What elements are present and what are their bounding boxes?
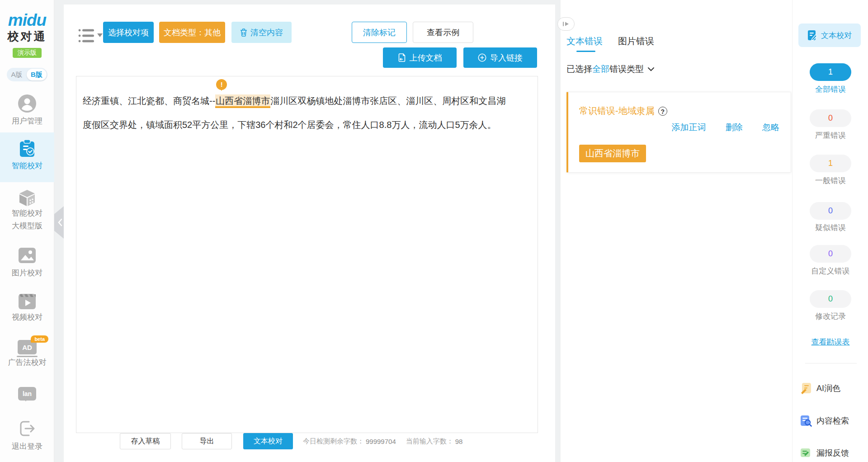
sidebar-item-bigmodel-label-line1[interactable]: 智能校对 bbox=[0, 208, 54, 218]
error-highlight[interactable]: !山西省淄博市 bbox=[215, 94, 270, 108]
stat-all-errors-label: 全部错误 bbox=[793, 84, 868, 94]
stat-suspected-errors-count[interactable]: 0 bbox=[810, 202, 851, 220]
video-icon[interactable] bbox=[0, 293, 54, 310]
error-category: 常识错误-地域隶属 ? bbox=[579, 105, 667, 117]
text-proofread-button[interactable]: 文本校对 bbox=[243, 433, 293, 449]
remaining-chars-label: 今日检测剩余字数： bbox=[303, 437, 364, 446]
export-button[interactable]: 导出 bbox=[182, 433, 232, 449]
rail-divider bbox=[805, 363, 857, 363]
sidebar-item-bigmodel-label-line2[interactable]: 大模型版 bbox=[0, 221, 54, 231]
remaining-chars-value: 99999704 bbox=[366, 438, 396, 445]
chevron-down-icon bbox=[647, 67, 655, 71]
trash-icon bbox=[240, 28, 247, 37]
sidebar-item-video-proofread[interactable]: 视频校对 bbox=[0, 312, 54, 322]
stat-normal-errors-label: 一般错误 bbox=[793, 175, 868, 186]
app-name: 校对通 bbox=[0, 29, 54, 44]
save-draft-button[interactable]: 存入草稿 bbox=[120, 433, 171, 449]
text-editor[interactable]: 经济重镇、江北瓷都、商贸名城--!山西省淄博市淄川区双杨镇地处淄博市张店区、淄川… bbox=[76, 76, 538, 433]
sidebar-item-smart-proofread[interactable]: 智能校对 bbox=[0, 132, 54, 182]
current-chars-value: 98 bbox=[455, 438, 463, 445]
error-card-actions: 添加正词 删除 忽略 bbox=[654, 122, 779, 133]
rail-text-proofread-button[interactable]: 文本校对 bbox=[798, 24, 861, 47]
error-type-filter[interactable]: 已选择全部错误类型 bbox=[566, 63, 655, 75]
error-text-chip[interactable]: 山西省淄博市 bbox=[579, 145, 646, 162]
feedback-icon bbox=[800, 447, 812, 459]
ad-law-icon[interactable]: AD beta bbox=[0, 340, 54, 354]
lan-bubble-icon[interactable]: lan bbox=[0, 387, 54, 401]
midu-logo: midu bbox=[0, 11, 54, 30]
upload-document-button[interactable]: 上传文档 bbox=[383, 47, 457, 68]
stat-suspected-errors-label: 疑似错误 bbox=[793, 222, 868, 233]
active-tab-underline bbox=[576, 51, 595, 52]
logout-icon[interactable] bbox=[0, 420, 54, 438]
doc-type-button[interactable]: 文档类型：其他 bbox=[159, 22, 225, 43]
missed-report-feedback-tool[interactable]: 漏报反馈 bbox=[800, 447, 868, 459]
clipboard-check-icon bbox=[0, 139, 54, 158]
clear-marks-button[interactable]: 清除标记 bbox=[352, 22, 407, 43]
play-bar-icon bbox=[562, 21, 570, 27]
select-proof-items-button[interactable]: 选择校对项 bbox=[103, 22, 154, 43]
error-card: 常识错误-地域隶属 ? 添加正词 删除 忽略 山西省淄博市 bbox=[566, 92, 791, 173]
cube-icon[interactable] bbox=[0, 189, 54, 207]
sidebar-item-smart-proofread-label: 智能校对 bbox=[0, 160, 54, 171]
view-errata-link[interactable]: 查看勘误表 bbox=[793, 337, 868, 347]
content-search-icon bbox=[800, 415, 812, 427]
ai-polish-tool[interactable]: AI润色 bbox=[800, 382, 868, 394]
stat-custom-errors-label: 自定义错误 bbox=[793, 266, 868, 276]
ad-icon-text: AD bbox=[22, 344, 32, 351]
panel-collapse-toggle[interactable] bbox=[557, 17, 575, 31]
stat-all-errors-count[interactable]: 1 bbox=[810, 63, 851, 81]
tab-image-errors[interactable]: 图片错误 bbox=[618, 35, 654, 47]
stat-severe-errors-count[interactable]: 0 bbox=[810, 109, 851, 127]
user-avatar-icon[interactable] bbox=[0, 94, 54, 113]
editor-line-2: 度假区交界处，镇域面积52平方公里，下辖36个村和2个居委会，常住人口8.8万人… bbox=[83, 113, 531, 137]
sidebar-item-user-management[interactable]: 用户管理 bbox=[0, 116, 54, 126]
delete-action[interactable]: 删除 bbox=[726, 123, 743, 132]
left-sidebar: midu 校对通 演示版 A版 B版 用户管理 智能校对 智能校对 大模型版 bbox=[0, 0, 54, 462]
ai-polish-icon bbox=[800, 382, 812, 394]
stat-custom-errors-count[interactable]: 0 bbox=[810, 245, 851, 263]
sidebar-item-logout[interactable]: 退出登录 bbox=[0, 441, 54, 452]
tab-text-errors[interactable]: 文本错误 bbox=[566, 35, 603, 47]
stat-edit-records-label: 修改记录 bbox=[793, 311, 868, 321]
demo-version-badge: 演示版 bbox=[0, 48, 54, 58]
image-icon[interactable] bbox=[0, 247, 54, 264]
stats-rail: 文本校对 1 全部错误 0 严重错误 1 一般错误 0 疑似错误 0 自定义错误… bbox=[792, 0, 868, 462]
footer-stats: 今日检测剩余字数： 99999704 当前输入字数： 98 bbox=[303, 433, 462, 449]
app-root: midu 校对通 演示版 A版 B版 用户管理 智能校对 智能校对 大模型版 bbox=[0, 0, 868, 462]
version-a-option[interactable]: A版 bbox=[7, 71, 27, 79]
view-example-button[interactable]: 查看示例 bbox=[413, 22, 473, 43]
current-chars-label: 当前输入字数： bbox=[406, 437, 453, 446]
editor-line-1: 经济重镇、江北瓷都、商贸名城--!山西省淄博市淄川区双杨镇地处淄博市张店区、淄川… bbox=[83, 89, 531, 113]
help-icon[interactable]: ? bbox=[658, 107, 667, 116]
version-b-option[interactable]: B版 bbox=[27, 69, 47, 80]
sidebar-item-image-proofread[interactable]: 图片校对 bbox=[0, 268, 54, 278]
doc-pen-icon bbox=[807, 30, 817, 41]
main-content-card: 选择校对项 文档类型：其他 清空内容 清除标记 查看示例 上传文档 导入链接 经… bbox=[64, 5, 555, 462]
error-pin-icon: ! bbox=[216, 79, 227, 90]
circle-plus-icon bbox=[478, 53, 486, 62]
sidebar-item-ad-law-proofread[interactable]: 广告法校对 bbox=[0, 357, 54, 368]
version-toggle[interactable]: A版 B版 bbox=[7, 68, 47, 81]
beta-badge: beta bbox=[31, 335, 48, 343]
list-menu-icon[interactable] bbox=[78, 28, 95, 45]
stat-edit-records-count[interactable]: 0 bbox=[810, 290, 851, 308]
content-search-tool[interactable]: 内容检索 bbox=[800, 415, 868, 427]
list-menu-caret-icon[interactable] bbox=[97, 33, 103, 40]
ignore-action[interactable]: 忽略 bbox=[762, 123, 779, 132]
clear-content-button[interactable]: 清空内容 bbox=[231, 22, 292, 43]
add-correct-word-action[interactable]: 添加正词 bbox=[671, 123, 706, 132]
import-link-button[interactable]: 导入链接 bbox=[463, 47, 537, 68]
upload-doc-icon bbox=[398, 53, 406, 62]
stat-severe-errors-label: 严重错误 bbox=[793, 130, 868, 141]
stat-normal-errors-count[interactable]: 1 bbox=[810, 155, 851, 172]
